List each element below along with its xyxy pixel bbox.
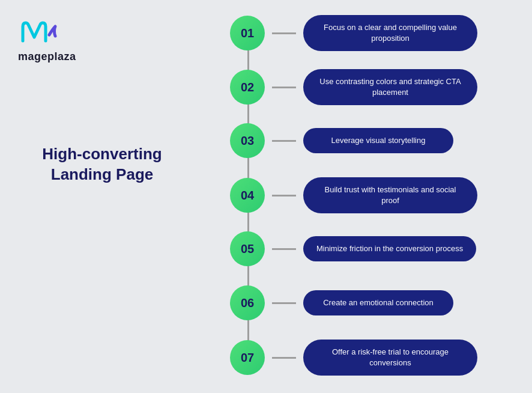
list-item: 03 Leverage visual storytelling <box>204 123 522 158</box>
logo-area: mageplaza <box>18 18 76 63</box>
step-bubble: Leverage visual storytelling <box>303 128 453 153</box>
logo-icon <box>18 18 60 48</box>
step-bubble: Use contrasting colors and strategic CTA… <box>303 69 477 105</box>
step-bubble: Minimize friction in the conversion proc… <box>303 236 476 261</box>
step-text: Create an emotional connection <box>323 297 434 308</box>
step-text: Offer a risk-free trial to encourage con… <box>316 347 464 368</box>
connector <box>272 140 296 142</box>
connector <box>272 302 296 304</box>
step-text: Leverage visual storytelling <box>331 135 426 146</box>
connector <box>272 357 296 359</box>
step-number: 03 <box>230 123 265 158</box>
list-item: 04 Build trust with testimonials and soc… <box>204 177 522 213</box>
list-item: 07 Offer a risk-free trial to encourage … <box>204 340 522 376</box>
step-text: Build trust with testimonials and social… <box>316 184 464 206</box>
step-number: 04 <box>230 178 265 213</box>
main-title: High-converting Landing Page <box>18 144 186 185</box>
step-bubble: Offer a risk-free trial to encourage con… <box>303 340 477 376</box>
step-bubble: Create an emotional connection <box>303 290 453 315</box>
step-text: Focus on a clear and compelling value pr… <box>316 22 464 44</box>
connector <box>272 32 296 34</box>
list-item: 05 Minimize friction in the conversion p… <box>204 231 522 266</box>
list-item: 02 Use contrasting colors and strategic … <box>204 69 522 105</box>
list-item: 01 Focus on a clear and compelling value… <box>204 15 522 51</box>
step-text: Use contrasting colors and strategic CTA… <box>316 76 464 98</box>
step-text: Minimize friction in the conversion proc… <box>316 243 463 254</box>
step-number: 02 <box>230 70 265 105</box>
step-bubble: Focus on a clear and compelling value pr… <box>303 15 477 51</box>
step-number: 01 <box>230 16 265 50</box>
step-bubble: Build trust with testimonials and social… <box>303 177 477 213</box>
list-item: 06 Create an emotional connection <box>204 285 522 320</box>
connector <box>272 248 296 250</box>
logo-text: mageplaza <box>18 50 76 63</box>
step-number: 05 <box>230 231 265 266</box>
connector <box>272 195 296 196</box>
connector <box>272 87 296 88</box>
step-number: 07 <box>230 340 265 375</box>
diagram-area: 01 Focus on a clear and compelling value… <box>204 6 522 387</box>
step-number: 06 <box>230 285 265 320</box>
